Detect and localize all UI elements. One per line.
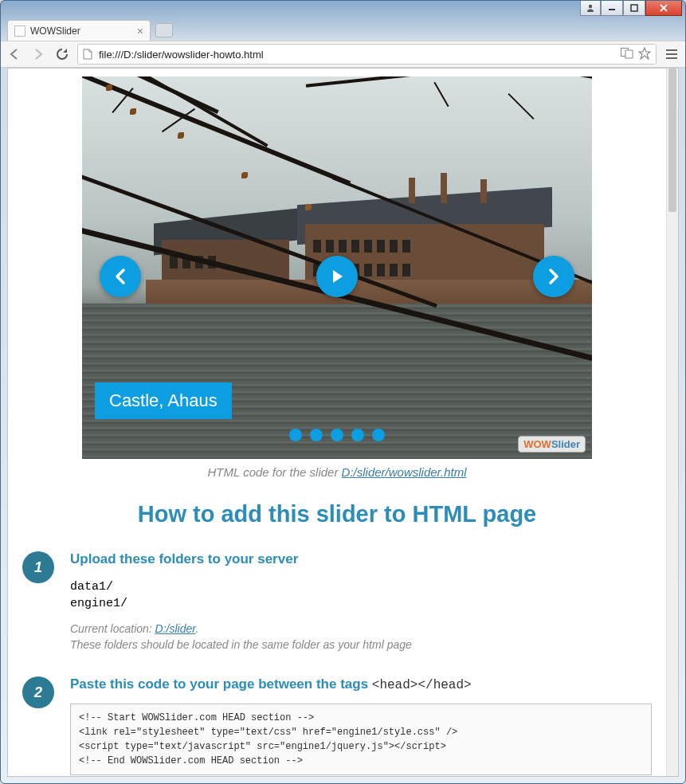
image-slider: Castle, Ahaus WOWSlider xyxy=(82,76,592,459)
play-button[interactable] xyxy=(316,256,358,297)
subcaption-link[interactable]: D:/slider/wowslider.html xyxy=(342,465,467,479)
svg-rect-6 xyxy=(625,50,633,58)
scrollbar[interactable] xyxy=(666,69,678,776)
scrollbar-thumb[interactable] xyxy=(668,69,676,212)
close-button[interactable] xyxy=(645,0,682,16)
menu-button[interactable] xyxy=(663,45,680,63)
page-title: How to add this slider to HTML page xyxy=(8,501,666,527)
wowslider-logo[interactable]: WOWSlider xyxy=(518,436,586,453)
reload-button[interactable] xyxy=(53,45,71,63)
tab-title: WOWSlider xyxy=(30,25,80,37)
bullet-2[interactable] xyxy=(310,429,323,441)
step-badge-2: 2 xyxy=(22,676,54,708)
next-button[interactable] xyxy=(533,256,574,297)
logo-slider: Slider xyxy=(551,438,580,450)
browser-window: WOWSlider × file:///D:/slider/wowslider-… xyxy=(0,0,686,784)
bookmark-icon[interactable] xyxy=(638,47,651,62)
bullet-3[interactable] xyxy=(331,429,343,441)
omnibox-actions xyxy=(621,47,651,62)
window-controls xyxy=(580,0,682,16)
note-line2: These folders should be located in the s… xyxy=(70,638,412,651)
bullet-4[interactable] xyxy=(351,429,364,441)
svg-rect-2 xyxy=(631,5,637,11)
step-2: 2 Paste this code to your page between t… xyxy=(8,676,666,776)
browser-tab[interactable]: WOWSlider × xyxy=(7,20,151,41)
bullet-1[interactable] xyxy=(289,429,302,441)
close-tab-icon[interactable]: × xyxy=(137,25,143,37)
user-button[interactable] xyxy=(580,0,601,16)
slider-subcaption: HTML code for the slider D:/slider/wowsl… xyxy=(82,465,592,479)
note-prefix: Current location: xyxy=(70,622,155,635)
note-link[interactable]: D:/slider xyxy=(155,622,196,635)
file-icon xyxy=(14,25,25,37)
step-badge-1: 1 xyxy=(22,551,54,583)
tab-strip: WOWSlider × xyxy=(1,18,685,41)
step-body-1: Upload these folders to your server data… xyxy=(70,551,652,653)
folder-2: engine1/ xyxy=(70,595,652,612)
step-body-2: Paste this code to your page between the… xyxy=(70,676,652,775)
translate-icon[interactable] xyxy=(621,48,633,61)
page-body: Castle, Ahaus WOWSlider HTML code for th… xyxy=(8,69,666,776)
maximize-button[interactable] xyxy=(623,0,645,16)
note-suffix: . xyxy=(195,622,198,635)
step-2-title-text: Paste this code to your page between the… xyxy=(70,676,372,692)
window-titlebar xyxy=(1,1,685,18)
forward-button[interactable] xyxy=(29,45,47,63)
url-text: file:///D:/slider/wowslider-howto.html xyxy=(99,49,621,61)
minimize-button[interactable] xyxy=(601,0,623,16)
slider-container: Castle, Ahaus WOWSlider HTML code for th… xyxy=(82,76,592,479)
address-bar[interactable]: file:///D:/slider/wowslider-howto.html xyxy=(77,44,657,65)
slide-bullets xyxy=(289,429,385,441)
step-2-title: Paste this code to your page between the… xyxy=(70,676,652,692)
step-1: 1 Upload these folders to your server da… xyxy=(8,551,666,676)
page-icon xyxy=(83,49,94,60)
bullet-5[interactable] xyxy=(372,429,385,441)
subcaption-text: HTML code for the slider xyxy=(207,465,341,479)
step-2-tags: <head></head> xyxy=(372,678,472,692)
browser-toolbar: file:///D:/slider/wowslider-howto.html xyxy=(1,41,685,68)
prev-button[interactable] xyxy=(100,256,141,297)
folder-1: data1/ xyxy=(70,578,652,595)
slide-caption: Castle, Ahaus xyxy=(95,382,232,419)
page-content: Castle, Ahaus WOWSlider HTML code for th… xyxy=(7,68,679,777)
back-button[interactable] xyxy=(6,45,23,63)
new-tab-button[interactable] xyxy=(155,23,173,37)
step-1-title: Upload these folders to your server xyxy=(70,551,652,567)
step-1-note: Current location: D:/slider. These folde… xyxy=(70,621,652,653)
svg-point-0 xyxy=(589,4,592,7)
logo-wow: WOW xyxy=(523,438,551,450)
folder-list: data1/ engine1/ xyxy=(70,578,652,612)
code-block[interactable]: <!-- Start WOWSlider.com HEAD section --… xyxy=(70,704,652,775)
